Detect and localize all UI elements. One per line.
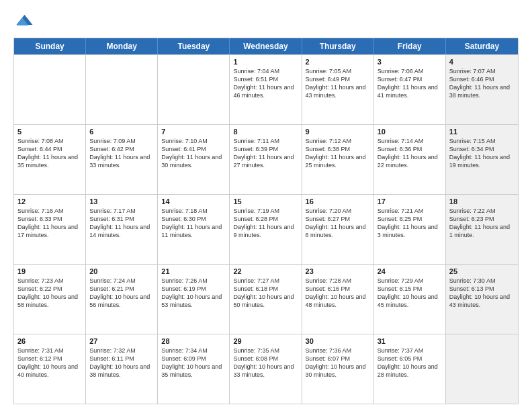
cell-text: Sunrise: 7:09 AM Sunset: 6:42 PM Dayligh… — [89, 137, 154, 170]
cell-text: Sunrise: 7:37 AM Sunset: 6:05 PM Dayligh… — [378, 347, 442, 379]
calendar-cell: 3Sunrise: 7:06 AM Sunset: 6:47 PM Daylig… — [374, 55, 446, 124]
calendar-cell: 29Sunrise: 7:35 AM Sunset: 6:08 PM Dayli… — [230, 334, 302, 404]
header-day-sunday: Sunday — [14, 38, 86, 54]
calendar-cell: 17Sunrise: 7:21 AM Sunset: 6:25 PM Dayli… — [374, 195, 446, 264]
calendar-body: 1Sunrise: 7:04 AM Sunset: 6:51 PM Daylig… — [14, 54, 518, 404]
cell-text: Sunrise: 7:30 AM Sunset: 6:13 PM Dayligh… — [449, 277, 515, 310]
calendar-cell: 22Sunrise: 7:27 AM Sunset: 6:18 PM Dayli… — [230, 265, 302, 334]
cell-text: Sunrise: 7:10 AM Sunset: 6:41 PM Dayligh… — [161, 137, 226, 170]
day-number: 30 — [306, 337, 370, 345]
calendar-cell: 1Sunrise: 7:04 AM Sunset: 6:51 PM Daylig… — [230, 55, 302, 124]
cell-text: Sunrise: 7:11 AM Sunset: 6:39 PM Dayligh… — [233, 137, 298, 170]
day-number: 17 — [378, 197, 442, 205]
day-number: 16 — [306, 197, 370, 205]
calendar-cell: 7Sunrise: 7:10 AM Sunset: 6:41 PM Daylig… — [158, 125, 230, 194]
cell-text: Sunrise: 7:15 AM Sunset: 6:34 PM Dayligh… — [449, 137, 515, 170]
day-number: 11 — [449, 128, 515, 136]
cell-text: Sunrise: 7:27 AM Sunset: 6:18 PM Dayligh… — [233, 277, 298, 310]
calendar-cell: 13Sunrise: 7:17 AM Sunset: 6:31 PM Dayli… — [86, 195, 158, 264]
day-number: 14 — [161, 197, 226, 205]
calendar-cell: 24Sunrise: 7:29 AM Sunset: 6:15 PM Dayli… — [374, 265, 446, 334]
calendar-row: 1Sunrise: 7:04 AM Sunset: 6:51 PM Daylig… — [14, 54, 518, 124]
calendar-row: 26Sunrise: 7:31 AM Sunset: 6:12 PM Dayli… — [14, 334, 518, 404]
cell-text: Sunrise: 7:23 AM Sunset: 6:22 PM Dayligh… — [17, 277, 82, 310]
day-number: 5 — [17, 128, 82, 136]
calendar-cell — [14, 55, 86, 124]
calendar-cell — [158, 55, 230, 124]
day-number: 10 — [378, 128, 442, 136]
calendar-cell: 27Sunrise: 7:32 AM Sunset: 6:11 PM Dayli… — [86, 334, 158, 404]
cell-text: Sunrise: 7:29 AM Sunset: 6:15 PM Dayligh… — [378, 277, 442, 310]
calendar-cell: 23Sunrise: 7:28 AM Sunset: 6:16 PM Dayli… — [302, 265, 374, 334]
calendar-cell: 15Sunrise: 7:19 AM Sunset: 6:28 PM Dayli… — [230, 195, 302, 264]
day-number: 18 — [449, 197, 515, 205]
cell-text: Sunrise: 7:04 AM Sunset: 6:51 PM Dayligh… — [233, 67, 298, 100]
calendar-cell: 10Sunrise: 7:14 AM Sunset: 6:36 PM Dayli… — [374, 125, 446, 194]
cell-text: Sunrise: 7:17 AM Sunset: 6:31 PM Dayligh… — [89, 207, 154, 240]
header — [13, 11, 519, 31]
calendar-cell — [446, 334, 518, 404]
logo — [13, 11, 36, 31]
header-day-wednesday: Wednesday — [230, 38, 302, 54]
calendar-row: 19Sunrise: 7:23 AM Sunset: 6:22 PM Dayli… — [14, 264, 518, 334]
day-number: 20 — [89, 267, 154, 275]
calendar-cell: 20Sunrise: 7:24 AM Sunset: 6:21 PM Dayli… — [86, 265, 158, 334]
day-number: 15 — [233, 197, 298, 205]
day-number: 6 — [89, 128, 154, 136]
day-number: 26 — [17, 337, 82, 345]
cell-text: Sunrise: 7:07 AM Sunset: 6:46 PM Dayligh… — [449, 67, 515, 100]
cell-text: Sunrise: 7:35 AM Sunset: 6:08 PM Dayligh… — [233, 347, 298, 379]
calendar-cell: 9Sunrise: 7:12 AM Sunset: 6:38 PM Daylig… — [302, 125, 374, 194]
calendar-header: SundayMondayTuesdayWednesdayThursdayFrid… — [14, 38, 518, 54]
calendar-cell: 16Sunrise: 7:20 AM Sunset: 6:27 PM Dayli… — [302, 195, 374, 264]
cell-text: Sunrise: 7:21 AM Sunset: 6:25 PM Dayligh… — [378, 207, 442, 240]
day-number: 4 — [449, 58, 515, 66]
calendar-cell: 6Sunrise: 7:09 AM Sunset: 6:42 PM Daylig… — [86, 125, 158, 194]
header-day-tuesday: Tuesday — [158, 38, 230, 54]
calendar-cell: 11Sunrise: 7:15 AM Sunset: 6:34 PM Dayli… — [446, 125, 518, 194]
cell-text: Sunrise: 7:16 AM Sunset: 6:33 PM Dayligh… — [17, 207, 82, 240]
day-number: 19 — [17, 267, 82, 275]
day-number: 9 — [306, 128, 370, 136]
cell-text: Sunrise: 7:36 AM Sunset: 6:07 PM Dayligh… — [306, 347, 370, 379]
header-day-thursday: Thursday — [302, 38, 374, 54]
header-day-friday: Friday — [374, 38, 446, 54]
calendar-cell: 2Sunrise: 7:05 AM Sunset: 6:49 PM Daylig… — [302, 55, 374, 124]
day-number: 23 — [306, 267, 370, 275]
day-number: 25 — [449, 267, 515, 275]
cell-text: Sunrise: 7:31 AM Sunset: 6:12 PM Dayligh… — [17, 347, 82, 379]
page: SundayMondayTuesdayWednesdayThursdayFrid… — [0, 0, 532, 411]
day-number: 12 — [17, 197, 82, 205]
cell-text: Sunrise: 7:34 AM Sunset: 6:09 PM Dayligh… — [161, 347, 226, 379]
cell-text: Sunrise: 7:19 AM Sunset: 6:28 PM Dayligh… — [233, 207, 298, 240]
cell-text: Sunrise: 7:08 AM Sunset: 6:44 PM Dayligh… — [17, 137, 82, 170]
calendar: SundayMondayTuesdayWednesdayThursdayFrid… — [13, 38, 519, 404]
day-number: 3 — [378, 58, 442, 66]
calendar-cell: 5Sunrise: 7:08 AM Sunset: 6:44 PM Daylig… — [14, 125, 86, 194]
day-number: 7 — [161, 128, 226, 136]
day-number: 2 — [306, 58, 370, 66]
cell-text: Sunrise: 7:22 AM Sunset: 6:23 PM Dayligh… — [449, 207, 515, 240]
day-number: 31 — [378, 337, 442, 345]
day-number: 24 — [378, 267, 442, 275]
day-number: 13 — [89, 197, 154, 205]
cell-text: Sunrise: 7:18 AM Sunset: 6:30 PM Dayligh… — [161, 207, 226, 240]
calendar-row: 12Sunrise: 7:16 AM Sunset: 6:33 PM Dayli… — [14, 194, 518, 264]
calendar-cell: 25Sunrise: 7:30 AM Sunset: 6:13 PM Dayli… — [446, 265, 518, 334]
cell-text: Sunrise: 7:12 AM Sunset: 6:38 PM Dayligh… — [306, 137, 370, 170]
header-day-monday: Monday — [86, 38, 158, 54]
calendar-row: 5Sunrise: 7:08 AM Sunset: 6:44 PM Daylig… — [14, 124, 518, 194]
cell-text: Sunrise: 7:28 AM Sunset: 6:16 PM Dayligh… — [306, 277, 370, 310]
calendar-cell: 28Sunrise: 7:34 AM Sunset: 6:09 PM Dayli… — [158, 334, 230, 404]
header-day-saturday: Saturday — [446, 38, 518, 54]
cell-text: Sunrise: 7:14 AM Sunset: 6:36 PM Dayligh… — [378, 137, 442, 170]
calendar-cell: 4Sunrise: 7:07 AM Sunset: 6:46 PM Daylig… — [446, 55, 518, 124]
day-number: 29 — [233, 337, 298, 345]
calendar-cell: 18Sunrise: 7:22 AM Sunset: 6:23 PM Dayli… — [446, 195, 518, 264]
calendar-cell: 26Sunrise: 7:31 AM Sunset: 6:12 PM Dayli… — [14, 334, 86, 404]
calendar-cell: 8Sunrise: 7:11 AM Sunset: 6:39 PM Daylig… — [230, 125, 302, 194]
calendar-cell: 19Sunrise: 7:23 AM Sunset: 6:22 PM Dayli… — [14, 265, 86, 334]
cell-text: Sunrise: 7:20 AM Sunset: 6:27 PM Dayligh… — [306, 207, 370, 240]
calendar-cell: 14Sunrise: 7:18 AM Sunset: 6:30 PM Dayli… — [158, 195, 230, 264]
calendar-cell — [86, 55, 158, 124]
